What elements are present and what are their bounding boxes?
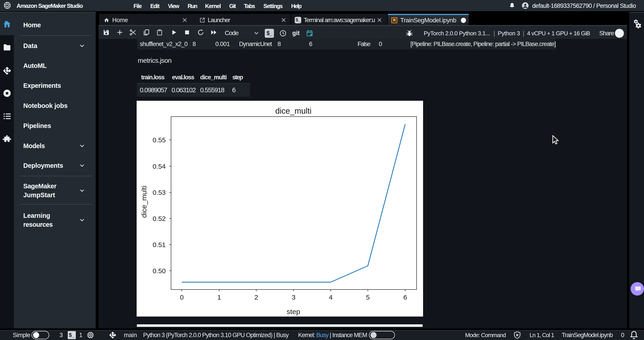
svg-text:0.52: 0.52: [153, 215, 166, 222]
svg-text:0.50: 0.50: [153, 267, 166, 275]
svg-text:4: 4: [329, 294, 333, 301]
svg-text:0: 0: [180, 294, 184, 301]
svg-text:step: step: [287, 308, 300, 316]
svg-text:0.55: 0.55: [153, 136, 166, 144]
svg-text:5: 5: [366, 294, 370, 301]
svg-text:0.54: 0.54: [153, 163, 166, 170]
svg-text:6: 6: [404, 294, 407, 301]
svg-text:0.51: 0.51: [153, 241, 166, 248]
svg-text:3: 3: [292, 294, 296, 301]
svg-text:2: 2: [254, 294, 258, 301]
svg-text:dice_multi: dice_multi: [140, 186, 148, 218]
svg-text:dice_multi: dice_multi: [275, 106, 312, 115]
svg-text:1: 1: [217, 294, 221, 301]
svg-text:0.53: 0.53: [153, 189, 166, 196]
